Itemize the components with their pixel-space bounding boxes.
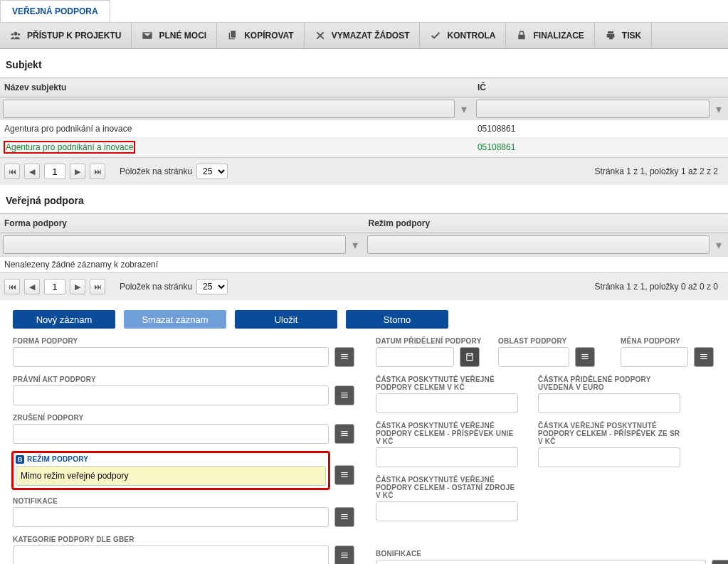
toolbar-label: VYMAZAT ŽÁDOST — [332, 31, 410, 41]
calendar-icon[interactable] — [460, 347, 480, 367]
filter-ic-input[interactable] — [476, 100, 709, 118]
input-castka-euro[interactable] — [538, 393, 680, 413]
actions-row: Nový záznam Smazat záznam Uložit Storno — [0, 300, 728, 337]
input-bonifikace[interactable] — [376, 560, 706, 564]
input-oblast[interactable] — [498, 347, 569, 367]
input-rezim[interactable] — [16, 466, 326, 486]
input-pravni-akt[interactable] — [13, 385, 329, 405]
table-row[interactable]: Agentura pro podnikání a inovace 0510886… — [0, 120, 728, 138]
input-mena[interactable] — [621, 347, 688, 367]
toolbar-delete-request[interactable]: VYMAZAT ŽÁDOST — [305, 23, 421, 48]
filter-icon[interactable]: ▾ — [458, 102, 470, 116]
filter-forma-input[interactable] — [3, 235, 346, 254]
toolbar-label: PLNÉ MOCI — [159, 31, 206, 41]
col-ic[interactable]: IČ — [473, 78, 728, 97]
label-notifikace: NOTIFIKACE — [13, 497, 354, 505]
section-title-subjekt: Subjekt — [0, 49, 728, 78]
per-page-select[interactable]: 25 — [196, 279, 228, 294]
save-button[interactable]: Uložit — [235, 310, 337, 329]
label-rezim: BREŽIM PODPORY — [16, 455, 326, 464]
per-page-select[interactable]: 25 — [196, 164, 228, 179]
label-oblast: OBLAST PODPORY — [498, 337, 612, 345]
toolbar-label: KONTROLA — [447, 31, 495, 41]
lookup-icon[interactable] — [712, 560, 728, 564]
input-forma-podpory[interactable] — [13, 347, 329, 367]
lookup-icon[interactable] — [575, 347, 595, 367]
tab-public-support[interactable]: VEŘEJNÁ PODPORA — [0, 0, 110, 22]
close-icon — [315, 30, 326, 41]
pager-first[interactable]: ⏮ — [4, 164, 20, 179]
pager-next[interactable]: ▶ — [70, 164, 85, 179]
cell-name: Agentura pro podnikání a inovace — [0, 120, 473, 138]
filter-rezim-input[interactable] — [367, 235, 710, 254]
label-mena: MĚNA PODPORY — [621, 337, 727, 345]
copy-icon — [227, 30, 238, 41]
per-page-label: Položek na stránku — [120, 166, 192, 176]
delete-record-button[interactable]: Smazat záznam — [124, 310, 226, 329]
input-castka-ostatni[interactable] — [376, 501, 518, 521]
cell-name: Agentura pro podnikání a inovace — [0, 138, 473, 157]
per-page-label: Položek na stránku — [120, 282, 192, 292]
lookup-icon[interactable] — [334, 507, 354, 527]
pager-prev[interactable]: ◀ — [24, 279, 40, 294]
form-area: FORMA PODPORY PRÁVNÍ AKT PODPORY ZRUŠENÍ… — [0, 337, 728, 564]
pager-info: Stránka 1 z 1, položky 0 až 0 z 0 — [595, 282, 724, 292]
label-zruseni: ZRUŠENÍ PODPORY — [13, 414, 354, 422]
label-forma-podpory: FORMA PODPORY — [13, 337, 354, 345]
toolbar-label: FINALIZACE — [533, 31, 584, 41]
filter-icon[interactable]: ▾ — [349, 238, 362, 252]
input-castka-celkem[interactable] — [376, 393, 518, 413]
lookup-icon[interactable] — [694, 347, 714, 367]
section-title-support: Veřejná podpora — [0, 185, 728, 213]
input-castka-unie[interactable] — [376, 447, 518, 467]
pager-prev[interactable]: ◀ — [24, 164, 40, 179]
col-forma[interactable]: Forma podpory — [0, 214, 364, 233]
toolbar-full-powers[interactable]: PLNÉ MOCI — [132, 23, 217, 48]
filter-icon[interactable]: ▾ — [712, 238, 725, 252]
toolbar-project-access[interactable]: PŘÍSTUP K PROJEKTU — [0, 23, 132, 48]
col-rezim[interactable]: Režim podpory — [364, 214, 729, 233]
label-pravni-akt: PRÁVNÍ AKT PODPORY — [13, 376, 354, 383]
col-name[interactable]: Název subjektu — [0, 78, 473, 97]
toolbar-print[interactable]: TISK — [595, 23, 652, 48]
table-row[interactable]: Agentura pro podnikání a inovace 0510886… — [0, 138, 728, 157]
label-castka-euro: ČÁSTKA PŘIDĚLENÉ PODPORY UVEDENÁ V EURO — [538, 376, 680, 391]
envelope-icon — [142, 30, 153, 41]
pager-next[interactable]: ▶ — [70, 279, 85, 294]
filter-name-input[interactable] — [3, 100, 455, 118]
lookup-icon[interactable] — [334, 424, 354, 444]
input-zruseni[interactable] — [13, 424, 329, 444]
filter-icon[interactable]: ▾ — [712, 102, 725, 116]
cell-ic: 05108861 — [473, 138, 728, 157]
lookup-icon[interactable] — [334, 347, 354, 367]
cancel-button[interactable]: Storno — [346, 310, 448, 329]
input-notifikace[interactable] — [13, 507, 329, 527]
toolbar-label: KOPÍROVAT — [244, 31, 294, 41]
pager-info: Stránka 1 z 1, položky 1 až 2 z 2 — [595, 166, 724, 176]
lookup-icon[interactable] — [334, 465, 354, 485]
pager-last[interactable]: ⏭ — [90, 164, 105, 179]
toolbar-copy[interactable]: KOPÍROVAT — [217, 23, 305, 48]
lookup-icon[interactable] — [334, 385, 354, 405]
input-datum[interactable] — [376, 347, 454, 367]
subject-table: Název subjektu IČ ▾ ▾ Agentura pro podni… — [0, 78, 728, 157]
pager-page-input[interactable] — [44, 279, 65, 294]
input-kategorie-gber[interactable] — [13, 546, 329, 564]
label-kategorie-gber: KATEGORIE PODPORY DLE GBER — [13, 536, 354, 543]
pager-last[interactable]: ⏭ — [90, 279, 105, 294]
input-castka-sr[interactable] — [538, 447, 680, 467]
label-bonifikace: BONIFIKACE — [376, 550, 728, 558]
lock-icon — [516, 30, 527, 41]
toolbar-finalize[interactable]: FINALIZACE — [506, 23, 594, 48]
new-record-button[interactable]: Nový záznam — [13, 310, 115, 329]
people-icon — [10, 30, 21, 41]
pager-page-input[interactable] — [44, 164, 65, 179]
label-castka-unie: ČÁSTKA POSKYTNUTÉ VEŘEJNÉ PODPORY CELKEM… — [376, 422, 518, 445]
lookup-icon[interactable] — [334, 546, 354, 564]
subject-pager: ⏮ ◀ ▶ ⏭ Položek na stránku 25 Stránka 1 … — [0, 157, 728, 185]
pager-first[interactable]: ⏮ — [4, 279, 20, 294]
label-castka-ostatni: ČÁSTKA POSKYTNUTÉ VEŘEJNÉ PODPORY CELKEM… — [376, 476, 518, 499]
toolbar-check[interactable]: KONTROLA — [420, 23, 506, 48]
cell-ic: 05108861 — [473, 120, 728, 138]
support-table: Forma podpory Režim podpory ▾ ▾ — [0, 213, 728, 256]
